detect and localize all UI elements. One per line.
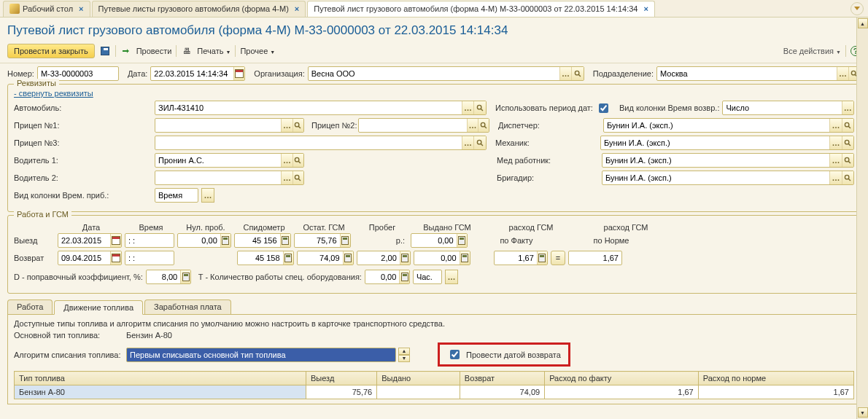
- tab-waybill-doc[interactable]: Путевой лист грузового автомобиля (форма…: [307, 1, 655, 17]
- post-button[interactable]: Провести: [136, 47, 172, 55]
- subtab-fuel[interactable]: Движение топлива: [54, 300, 143, 315]
- use-date-period-checkbox[interactable]: [599, 103, 608, 113]
- dep-time[interactable]: [125, 234, 174, 247]
- col-fuel-type[interactable]: Тип топлива: [15, 372, 306, 385]
- scroll-up-button[interactable]: ▲: [858, 18, 868, 28]
- open-button[interactable]: [842, 136, 853, 149]
- select-button[interactable]: [462, 101, 474, 114]
- open-button[interactable]: [292, 171, 303, 184]
- open-button[interactable]: [842, 119, 853, 132]
- close-icon[interactable]: ×: [643, 4, 648, 13]
- calc-button[interactable]: [399, 270, 409, 283]
- ret-iss[interactable]: [414, 251, 460, 265]
- driver2-input[interactable]: [155, 171, 281, 184]
- medic-input[interactable]: [602, 154, 829, 167]
- cell-iss[interactable]: [377, 385, 460, 399]
- subtab-work[interactable]: Работа: [7, 299, 53, 314]
- select-button[interactable]: [829, 136, 841, 149]
- tab-desktop[interactable]: Рабочий стол ×: [3, 1, 90, 17]
- cell-dep[interactable]: 75,76: [306, 385, 377, 399]
- col-ret[interactable]: Возврат: [460, 372, 544, 385]
- select-button[interactable]: [829, 154, 841, 167]
- open-button[interactable]: [842, 171, 853, 184]
- open-button[interactable]: [842, 154, 853, 167]
- ret-rest[interactable]: [298, 251, 343, 265]
- open-button[interactable]: [292, 119, 303, 132]
- ret-odo[interactable]: [238, 251, 283, 265]
- col-iss[interactable]: Выдано: [377, 372, 460, 385]
- close-icon[interactable]: ×: [79, 4, 83, 13]
- open-button[interactable]: [473, 136, 486, 149]
- close-icon[interactable]: ×: [295, 4, 299, 13]
- dispatcher-input[interactable]: [604, 119, 829, 132]
- subtab-salary[interactable]: Заработная плата: [144, 299, 231, 314]
- return-col-input[interactable]: [723, 101, 841, 114]
- ret-norm[interactable]: [569, 251, 621, 265]
- arrive-col-input[interactable]: [155, 189, 198, 202]
- select-button[interactable]: [281, 119, 292, 132]
- vertical-scrollbar[interactable]: ▲ ▼: [856, 17, 868, 419]
- spinner-up[interactable]: ▲: [398, 348, 410, 355]
- col-fact[interactable]: Расход по факту: [545, 372, 699, 385]
- open-button[interactable]: [478, 119, 489, 132]
- select-button[interactable]: [842, 101, 853, 114]
- select-button[interactable]: [559, 67, 571, 80]
- select-button[interactable]: [201, 188, 214, 203]
- select-button[interactable]: [829, 171, 841, 184]
- save-button[interactable]: [99, 45, 111, 57]
- mechanic-input[interactable]: [601, 136, 829, 149]
- col-norm[interactable]: Расход по норме: [698, 372, 853, 385]
- open-button[interactable]: [571, 67, 583, 80]
- select-button[interactable]: [462, 136, 474, 149]
- select-button[interactable]: [281, 171, 292, 184]
- foreman-input[interactable]: [602, 171, 829, 184]
- ret-date[interactable]: [58, 251, 110, 265]
- cell-ret[interactable]: 74,09: [460, 385, 544, 399]
- ret-time[interactable]: [125, 251, 174, 265]
- calc-button[interactable]: [340, 234, 350, 247]
- print-menu[interactable]: Печать ▼: [197, 47, 230, 55]
- cell-fact[interactable]: 1,67: [545, 385, 699, 399]
- dep-date[interactable]: [58, 234, 110, 247]
- calendar-button[interactable]: [110, 234, 121, 247]
- trailer1-input[interactable]: [155, 119, 281, 132]
- collapse-requisites-link[interactable]: - свернуть реквизиты: [14, 89, 93, 98]
- select-button[interactable]: [445, 270, 458, 284]
- org-input[interactable]: [309, 67, 559, 80]
- dep-odo[interactable]: [235, 234, 280, 247]
- algo-input[interactable]: [127, 348, 395, 361]
- d-coef-input[interactable]: [147, 270, 180, 283]
- driver1-input[interactable]: [155, 154, 281, 167]
- spinner-down[interactable]: ▼: [398, 355, 410, 362]
- table-row[interactable]: Бензин А-80 75,76 74,09 1,67 1,67: [15, 385, 854, 399]
- dep-iss[interactable]: [411, 234, 457, 247]
- calc-button[interactable]: [457, 234, 467, 247]
- open-button[interactable]: [473, 101, 486, 114]
- select-button[interactable]: [837, 67, 848, 80]
- date-input[interactable]: [151, 67, 233, 80]
- dep-rest[interactable]: [295, 234, 340, 247]
- eq-button[interactable]: =: [551, 251, 565, 265]
- calc-button[interactable]: [343, 251, 353, 265]
- select-button[interactable]: [829, 119, 841, 132]
- calc-button[interactable]: [400, 251, 410, 265]
- calendar-button[interactable]: [110, 251, 121, 265]
- open-button[interactable]: [292, 154, 303, 167]
- trailer3-input[interactable]: [155, 136, 462, 149]
- ret-fact[interactable]: [495, 251, 537, 265]
- select-button[interactable]: [467, 119, 478, 132]
- more-menu[interactable]: Прочее ▼: [240, 47, 275, 55]
- col-dep[interactable]: Выезд: [306, 372, 377, 385]
- vehicle-input[interactable]: [155, 101, 462, 114]
- ret-run[interactable]: [357, 251, 400, 265]
- tab-waybill-list[interactable]: Путевые листы грузового автомобиля (форм…: [92, 1, 306, 17]
- calc-button[interactable]: [460, 251, 470, 265]
- calc-button[interactable]: [283, 251, 293, 265]
- dept-input[interactable]: [657, 67, 837, 80]
- dep-nul[interactable]: [178, 234, 220, 247]
- calc-button[interactable]: [280, 234, 290, 247]
- post-return-date-checkbox[interactable]: [450, 350, 460, 359]
- calc-button[interactable]: [180, 270, 190, 283]
- trailer2-input[interactable]: [359, 119, 467, 132]
- select-button[interactable]: [281, 154, 292, 167]
